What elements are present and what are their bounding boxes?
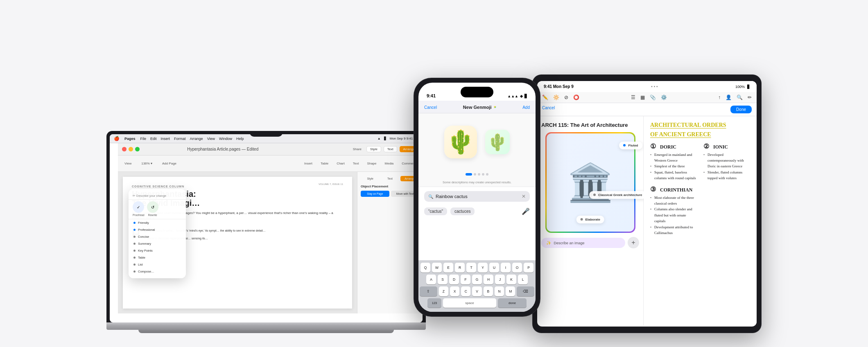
menu-format[interactable]: Format <box>174 137 186 141</box>
list-icon[interactable]: ☰ <box>631 95 635 100</box>
format-tab-style[interactable]: Style <box>366 146 381 152</box>
genmoji-cancel-btn[interactable]: Cancel <box>424 105 437 110</box>
key-o[interactable]: O <box>512 263 522 273</box>
wt-rewrite-btn[interactable]: ↺ Rewrite <box>147 201 158 216</box>
table-icon[interactable]: ▦ <box>640 95 645 100</box>
dot-1[interactable] <box>466 173 472 176</box>
settings-icon[interactable]: ⚙️ <box>661 95 667 100</box>
key-i[interactable]: I <box>501 263 511 273</box>
toolbar-view[interactable]: View <box>122 160 134 167</box>
key-backspace[interactable]: ⌫ <box>517 286 534 296</box>
dot-2[interactable] <box>474 173 476 176</box>
microphone-icon[interactable]: 🎤 <box>522 207 530 215</box>
genmoji-search-input[interactable]: Rainbow cactus <box>436 194 519 199</box>
wt-key-points[interactable]: Key Points <box>129 247 186 254</box>
key-e[interactable]: E <box>443 263 453 273</box>
key-r[interactable]: R <box>455 263 465 273</box>
toolbar-table[interactable]: Table <box>318 160 331 167</box>
share-icon[interactable]: ↑ <box>718 95 721 100</box>
wt-concise[interactable]: Concise <box>129 233 186 240</box>
key-v[interactable]: V <box>472 286 481 296</box>
minimize-button[interactable] <box>129 147 133 151</box>
elaborate-label[interactable]: Elaborate <box>576 216 604 223</box>
wt-proofread-btn[interactable]: ✓ Proofread <box>133 201 145 216</box>
key-l[interactable]: L <box>518 275 528 284</box>
menu-edit[interactable]: Edit <box>150 137 157 141</box>
key-b[interactable]: B <box>484 286 493 296</box>
dot-5[interactable] <box>486 173 488 176</box>
toolbar-chart[interactable]: Chart <box>334 160 347 167</box>
fluted-label[interactable]: Fluted <box>619 142 642 149</box>
key-y[interactable]: Y <box>478 263 488 273</box>
share-btn[interactable]: Share <box>350 146 364 152</box>
clear-input-btn[interactable]: ✕ <box>522 194 526 199</box>
key-n[interactable]: N <box>495 286 504 296</box>
key-done[interactable]: done <box>498 298 527 308</box>
key-h[interactable]: H <box>484 275 493 284</box>
sidebar-tab-text[interactable]: Text <box>380 176 399 181</box>
key-123[interactable]: 123 <box>427 298 441 308</box>
key-g[interactable]: G <box>472 275 482 284</box>
key-k[interactable]: K <box>506 275 516 284</box>
format-tab-text[interactable]: Text <box>384 146 397 152</box>
attach-icon[interactable]: 📎 <box>650 95 656 100</box>
pencil-icon[interactable]: ✏️ <box>542 95 548 100</box>
dot-3[interactable] <box>478 173 480 176</box>
key-j[interactable]: J <box>495 275 505 284</box>
highlighter-icon[interactable]: 🔆 <box>553 95 559 100</box>
notes-done-btn[interactable]: Done <box>730 106 752 113</box>
key-z[interactable]: Z <box>439 286 448 296</box>
emoji-preview-secondary[interactable]: 🌵 <box>485 130 510 154</box>
key-m[interactable]: M <box>506 286 515 296</box>
menu-window[interactable]: Window <box>219 137 232 141</box>
key-w[interactable]: W <box>432 263 442 273</box>
menu-help[interactable]: Help <box>236 137 244 141</box>
stay-on-page-btn[interactable]: Stay on Page <box>361 191 389 197</box>
genmoji-add-btn[interactable]: Add <box>522 105 530 110</box>
wt-professional[interactable]: Professional <box>129 226 186 233</box>
person-icon[interactable]: 👤 <box>726 95 732 100</box>
wt-compose[interactable]: Compose… <box>129 268 186 275</box>
key-s[interactable]: S <box>438 275 448 284</box>
autocomplete-cactus[interactable]: "cactus" <box>424 207 447 215</box>
image-add-btn[interactable]: + <box>628 237 639 248</box>
toolbar-shape[interactable]: Shape <box>364 160 379 167</box>
wt-friendly[interactable]: Friendly <box>129 219 186 226</box>
menu-insert[interactable]: Insert <box>161 137 170 141</box>
pages-app-menu[interactable]: Pages <box>124 137 136 141</box>
key-f[interactable]: F <box>461 275 470 284</box>
key-x[interactable]: X <box>450 286 459 296</box>
wt-describe-placeholder[interactable]: ✏ Describe your change <box>129 192 186 200</box>
maximize-button[interactable] <box>135 147 140 151</box>
classical-label[interactable]: Classical Greek architecture <box>589 191 646 199</box>
key-shift[interactable]: ⇧ <box>420 286 437 296</box>
autocomplete-cactuces[interactable]: cactuces <box>450 207 475 215</box>
dot-4[interactable] <box>482 173 484 176</box>
key-q[interactable]: Q <box>420 263 430 273</box>
apple-logo-icon[interactable]: 🍎 <box>114 136 120 141</box>
close-button[interactable] <box>122 147 127 151</box>
key-space[interactable]: space <box>443 298 496 308</box>
menu-file[interactable]: File <box>140 137 147 141</box>
toolbar-media[interactable]: Media <box>382 160 396 167</box>
key-d[interactable]: D <box>449 275 459 284</box>
compose-icon[interactable]: ✏ <box>748 95 752 100</box>
toolbar-add-page[interactable]: Add Page <box>160 160 179 167</box>
wt-list[interactable]: List <box>129 261 186 268</box>
menu-view[interactable]: View <box>207 137 215 141</box>
key-a[interactable]: A <box>426 275 436 284</box>
eraser-icon[interactable]: ⊘ <box>564 95 568 100</box>
toolbar-zoom[interactable]: 136% ▾ <box>139 160 155 167</box>
search-notes-icon[interactable]: 🔍 <box>737 95 743 100</box>
toolbar-text[interactable]: Text <box>350 160 362 167</box>
wt-table[interactable]: Table <box>129 254 186 261</box>
image-prompt-input[interactable]: ✨ Describe an image <box>541 238 625 248</box>
key-c[interactable]: C <box>461 286 470 296</box>
menu-arrange[interactable]: Arrange <box>190 137 203 141</box>
wt-summary[interactable]: Summary <box>129 240 186 247</box>
sidebar-tab-style[interactable]: Style <box>361 176 380 181</box>
toolbar-insert[interactable]: Insert <box>302 160 315 167</box>
lasso-icon[interactable]: ⭕ <box>573 95 579 100</box>
key-u[interactable]: U <box>489 263 499 273</box>
notes-cancel-btn[interactable]: Cancel <box>542 106 555 113</box>
